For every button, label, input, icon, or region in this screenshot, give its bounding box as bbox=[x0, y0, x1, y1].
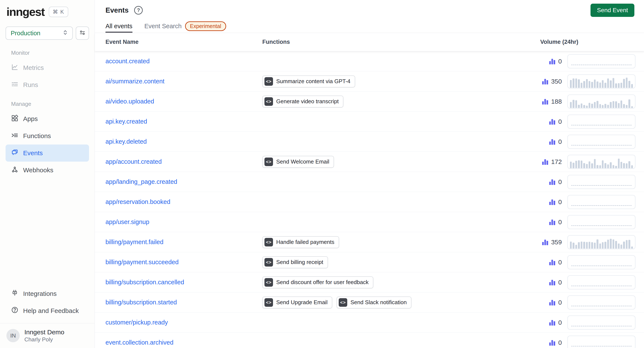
event-name-link[interactable]: event.collection.archived bbox=[106, 339, 174, 346]
environment-selector[interactable]: Production bbox=[6, 26, 73, 40]
sidebar-item-events[interactable]: Events bbox=[6, 144, 89, 162]
function-badge[interactable]: <>Send Slack notification bbox=[336, 297, 412, 309]
volume-count: 0 bbox=[558, 118, 562, 125]
function-badge-label: Summarize content via GPT-4 bbox=[276, 78, 350, 85]
sidebar-item-help[interactable]: Help and Feedback bbox=[6, 302, 89, 319]
function-badge-label: Handle failed payments bbox=[276, 239, 334, 245]
apps-icon bbox=[11, 115, 18, 123]
event-name-cell: app/account.created bbox=[106, 158, 262, 165]
event-name-link[interactable]: billing/payment.failed bbox=[106, 239, 164, 245]
tab-all-events[interactable]: All events bbox=[106, 20, 132, 33]
table-row: api.key.deleted 0 bbox=[95, 132, 644, 152]
volume-count: 0 bbox=[558, 198, 562, 206]
table-row: api.key.created 0 bbox=[95, 112, 644, 132]
event-name-link[interactable]: account.created bbox=[106, 58, 150, 64]
nav-section-manage: Manage bbox=[6, 101, 89, 107]
function-badge[interactable]: <>Generate video transcript bbox=[262, 95, 344, 107]
send-event-button[interactable]: Send Event bbox=[590, 4, 634, 17]
volume-sparkline bbox=[568, 155, 636, 169]
functions-cell: <>Send Welcome Email bbox=[262, 156, 530, 168]
function-badge-label: Send Welcome Email bbox=[276, 158, 329, 165]
bar-chart-icon bbox=[549, 299, 556, 306]
event-name-cell: billing/subscription.started bbox=[106, 299, 262, 306]
page-title: Events bbox=[106, 6, 128, 14]
bar-chart-icon bbox=[542, 78, 548, 85]
tab-event-search[interactable]: Event Search Experimental bbox=[144, 20, 226, 33]
volume-count: 0 bbox=[558, 339, 562, 346]
function-badge[interactable]: <>Send Welcome Email bbox=[262, 156, 334, 168]
table-body: account.created 0 ai/summarize.content <… bbox=[95, 51, 644, 348]
event-name-link[interactable]: api.key.deleted bbox=[106, 138, 147, 145]
function-badge[interactable]: <>Summarize content via GPT-4 bbox=[262, 75, 355, 87]
functions-cell: <>Send Upgrade Email<>Send Slack notific… bbox=[262, 297, 530, 309]
volume-sparkline bbox=[568, 54, 636, 68]
volume-count: 0 bbox=[558, 279, 562, 286]
event-name-cell: billing/subscription.cancelled bbox=[106, 279, 262, 286]
table-row: app/landing_page.created 0 bbox=[95, 172, 644, 192]
page-help-icon[interactable]: ? bbox=[134, 6, 143, 14]
function-badge[interactable]: <>Send discount offer for user feedback bbox=[262, 276, 373, 288]
table-row: account.created 0 bbox=[95, 51, 644, 71]
event-name-link[interactable]: billing/subscription.started bbox=[106, 299, 177, 306]
user-name: Inngest Demo bbox=[24, 328, 64, 336]
function-badge[interactable]: <>Handle failed payments bbox=[262, 236, 339, 248]
tab-label: All events bbox=[106, 23, 132, 30]
question-circle-icon bbox=[11, 306, 18, 315]
table-row: ai/summarize.content <>Summarize content… bbox=[95, 71, 644, 91]
code-icon: <> bbox=[264, 77, 273, 86]
command-k-shortcut[interactable]: ⌘ K bbox=[49, 7, 68, 17]
volume-sparkline bbox=[568, 235, 636, 249]
event-name-cell: billing/payment.failed bbox=[106, 239, 262, 246]
function-badge[interactable]: <>Send billing receipt bbox=[262, 256, 328, 268]
plug-icon bbox=[11, 289, 18, 298]
bar-chart-icon bbox=[549, 219, 556, 226]
table-row: app/reservation.booked 0 bbox=[95, 192, 644, 212]
event-name-link[interactable]: app/reservation.booked bbox=[106, 198, 170, 205]
experimental-badge: Experimental bbox=[185, 21, 226, 31]
volume-cell: 0 bbox=[530, 215, 636, 229]
function-badge[interactable]: <>Send Upgrade Email bbox=[262, 297, 332, 309]
event-name-link[interactable]: ai/video.uploaded bbox=[106, 98, 154, 105]
sidebar-item-integrations[interactable]: Integrations bbox=[6, 285, 89, 302]
environment-selector-value: Production bbox=[11, 30, 40, 37]
volume-sparkline bbox=[568, 336, 636, 348]
nav-section-monitor: Monitor bbox=[6, 50, 89, 56]
volume-count: 0 bbox=[558, 319, 562, 326]
volume-cell: 172 bbox=[530, 155, 636, 169]
event-name-link[interactable]: ai/summarize.content bbox=[106, 78, 164, 85]
volume-cell: 0 bbox=[530, 275, 636, 290]
sidebar-item-apps[interactable]: Apps bbox=[6, 110, 89, 127]
sidebar-footer: Integrations Help and Feedback bbox=[0, 285, 94, 319]
sidebar: inngest ⌘ K Production bbox=[0, 0, 95, 348]
functions-cell: <>Handle failed payments bbox=[262, 236, 530, 248]
bar-chart-icon bbox=[549, 279, 556, 286]
event-name-link[interactable]: app/user.signup bbox=[106, 218, 149, 225]
avatar: IN bbox=[6, 329, 20, 342]
sidebar-item-functions[interactable]: Functions bbox=[6, 127, 89, 144]
table-header: Event Name Functions Volume (24hr) bbox=[95, 33, 644, 51]
table-row: billing/payment.succeeded <>Send billing… bbox=[95, 252, 644, 272]
event-name-link[interactable]: app/landing_page.created bbox=[106, 178, 177, 185]
bar-chart-icon bbox=[549, 259, 556, 266]
user-menu[interactable]: IN Inngest Demo Charly Poly bbox=[0, 323, 94, 348]
volume-sparkline bbox=[568, 115, 636, 129]
volume-cell: 0 bbox=[530, 255, 636, 269]
sidebar-item-metrics[interactable]: Metrics bbox=[6, 59, 89, 76]
event-name-link[interactable]: customer/pickup.ready bbox=[106, 319, 168, 326]
event-name-link[interactable]: billing/payment.succeeded bbox=[106, 259, 179, 266]
sidebar-item-runs[interactable]: Runs bbox=[6, 76, 89, 93]
sidebar-item-label: Runs bbox=[23, 81, 38, 88]
event-name-link[interactable]: api.key.created bbox=[106, 118, 147, 125]
event-name-cell: api.key.created bbox=[106, 118, 262, 125]
volume-cell: 0 bbox=[530, 175, 636, 189]
sidebar-item-webhooks[interactable]: Webhooks bbox=[6, 162, 89, 179]
event-name-link[interactable]: billing/subscription.cancelled bbox=[106, 279, 184, 286]
event-name-link[interactable]: app/account.created bbox=[106, 158, 162, 165]
volume-sparkline bbox=[568, 135, 636, 149]
sidebar-item-label: Integrations bbox=[23, 290, 57, 297]
sidebar-item-label: Events bbox=[23, 149, 43, 157]
metrics-icon bbox=[11, 63, 18, 72]
function-badge-label: Send Upgrade Email bbox=[276, 299, 328, 306]
volume-sparkline bbox=[568, 74, 636, 88]
environment-settings-button[interactable] bbox=[76, 26, 89, 40]
